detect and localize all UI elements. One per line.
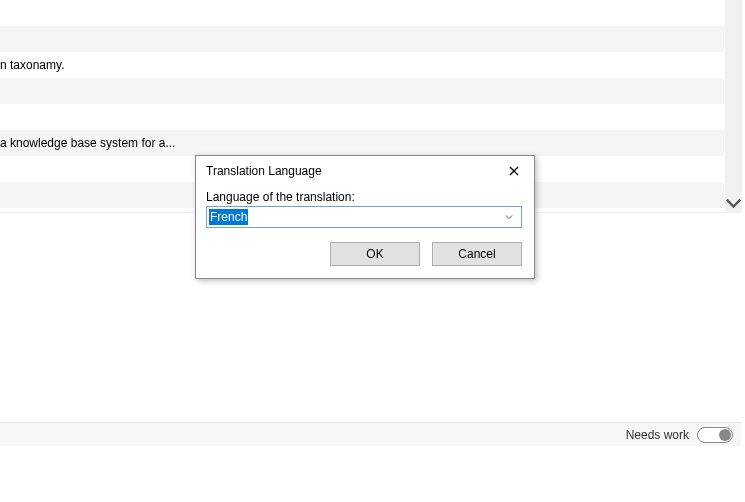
needs-work-label: Needs work (626, 428, 689, 442)
needs-work-toggle[interactable] (697, 427, 733, 443)
translation-language-dialog: Translation Language Language of the tra… (195, 155, 535, 279)
list-item[interactable]: a knowledge base system for a... (0, 130, 724, 156)
chevron-down-icon (501, 207, 517, 227)
scroll-down-arrow-icon[interactable] (725, 195, 742, 212)
close-button[interactable] (500, 160, 528, 182)
language-field-label: Language of the translation: (206, 190, 524, 204)
list-item[interactable]: n taxonamy. (0, 52, 724, 78)
list-item[interactable] (0, 104, 724, 130)
list-item[interactable] (0, 78, 724, 104)
list-item[interactable] (0, 0, 724, 26)
ok-button[interactable]: OK (330, 242, 420, 266)
list-item[interactable] (0, 26, 724, 52)
vertical-scrollbar[interactable] (724, 0, 742, 212)
language-selected-value: French (209, 209, 248, 225)
dialog-title: Translation Language (206, 164, 500, 178)
status-bar: Needs work (0, 422, 741, 446)
close-icon (509, 164, 519, 179)
cancel-button[interactable]: Cancel (432, 242, 522, 266)
dialog-titlebar[interactable]: Translation Language (196, 156, 534, 186)
language-combobox[interactable]: French (206, 206, 522, 228)
toggle-knob-icon (719, 429, 731, 441)
